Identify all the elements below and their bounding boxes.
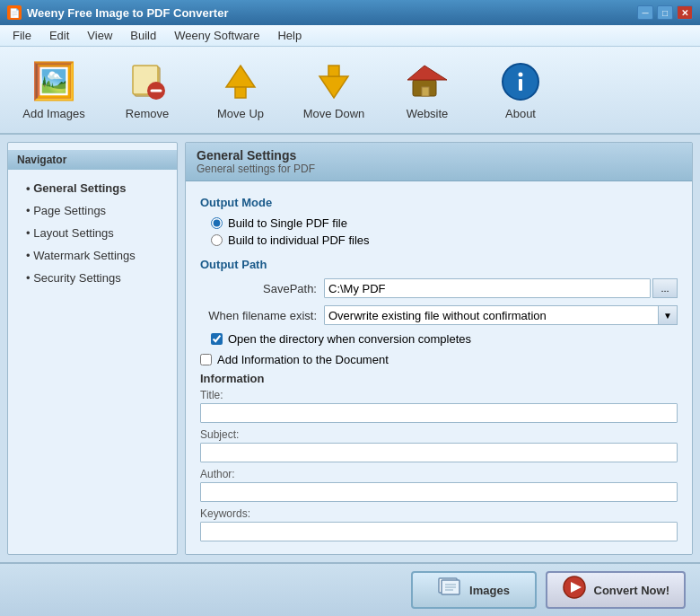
subject-input[interactable] bbox=[200, 443, 678, 462]
move-down-label: Move Down bbox=[303, 107, 365, 120]
navigator-title: Navigator bbox=[8, 150, 177, 170]
images-icon bbox=[437, 575, 462, 605]
move-down-button[interactable]: Move Down bbox=[289, 54, 379, 126]
svg-rect-7 bbox=[328, 66, 339, 76]
radio-individual-pdf: Build to individual PDF files bbox=[211, 233, 678, 247]
main-panel: General Settings General settings for PD… bbox=[185, 142, 693, 555]
move-up-button[interactable]: Move Up bbox=[196, 54, 285, 126]
website-icon bbox=[406, 60, 449, 103]
panel-body: Output Mode Build to Single PDF file Bui… bbox=[186, 181, 692, 555]
filename-exist-input[interactable] bbox=[324, 305, 659, 325]
about-icon bbox=[499, 60, 542, 103]
subject-label: Subject: bbox=[200, 428, 678, 441]
menu-edit[interactable]: Edit bbox=[40, 27, 78, 44]
title-input[interactable] bbox=[200, 403, 678, 423]
filename-exist-dropdown[interactable]: ▼ bbox=[658, 305, 678, 325]
author-field: Author: bbox=[200, 468, 678, 502]
open-dir-label: Open the directory when conversion compl… bbox=[228, 332, 471, 346]
radio-single-pdf: Build to Single PDF file bbox=[211, 216, 678, 230]
nav-page-settings[interactable]: Page Settings bbox=[8, 199, 177, 222]
website-button[interactable]: Website bbox=[382, 54, 472, 126]
doc-info-header: Add Information to the Document bbox=[200, 353, 678, 366]
output-path-label: Output Path bbox=[200, 258, 678, 271]
add-info-label: Add Information to the Document bbox=[217, 353, 389, 366]
svg-marker-6 bbox=[319, 76, 348, 98]
keywords-input[interactable] bbox=[200, 522, 678, 541]
menu-view[interactable]: View bbox=[78, 27, 121, 44]
about-button[interactable]: About bbox=[476, 54, 565, 126]
nav-general-settings[interactable]: General Settings bbox=[8, 177, 177, 199]
radio-individual-input[interactable] bbox=[211, 234, 223, 246]
radio-single-label: Build to Single PDF file bbox=[228, 216, 347, 230]
panel-subtitle: General settings for PDF bbox=[197, 163, 681, 175]
output-path-section: Output Path SavePath: ... When filename … bbox=[200, 258, 678, 346]
add-images-label: Add Images bbox=[22, 107, 84, 120]
panel-header: General Settings General settings for PD… bbox=[186, 143, 692, 181]
title-field: Title: bbox=[200, 389, 678, 423]
svg-marker-4 bbox=[226, 66, 255, 87]
open-dir-row: Open the directory when conversion compl… bbox=[211, 332, 678, 346]
convert-button[interactable]: Convert Now! bbox=[546, 571, 687, 609]
move-up-label: Move Up bbox=[217, 107, 264, 120]
menu-bar: File Edit View Build Weeny Software Help bbox=[0, 25, 700, 47]
add-images-icon: 🖼️ bbox=[32, 60, 75, 103]
radio-individual-label: Build to individual PDF files bbox=[228, 233, 370, 247]
bottom-bar: Images Convert Now! bbox=[0, 562, 700, 616]
menu-build[interactable]: Build bbox=[121, 27, 165, 44]
filename-exist-row: When filename exist: ▼ bbox=[200, 305, 678, 325]
convert-icon bbox=[562, 575, 587, 605]
add-images-button[interactable]: 🖼️ Add Images bbox=[9, 54, 99, 126]
title-label: Title: bbox=[200, 389, 678, 401]
radio-single-input[interactable] bbox=[211, 217, 223, 229]
title-bar: 📄 Weeny Free Image to PDF Converter ─ □ … bbox=[0, 0, 700, 25]
save-path-input[interactable] bbox=[324, 278, 651, 298]
information-label: Information bbox=[200, 372, 678, 385]
panel-title: General Settings bbox=[197, 148, 681, 163]
title-bar-controls: ─ □ ✕ bbox=[637, 5, 693, 20]
nav-security-settings[interactable]: Security Settings bbox=[8, 267, 177, 289]
svg-rect-5 bbox=[235, 87, 246, 98]
navigator: Navigator General Settings Page Settings… bbox=[7, 142, 178, 555]
author-input[interactable] bbox=[200, 482, 678, 502]
output-mode-label: Output Mode bbox=[200, 196, 678, 209]
move-up-icon bbox=[219, 60, 262, 103]
maximize-button[interactable]: □ bbox=[657, 5, 673, 20]
save-path-label: SavePath: bbox=[200, 282, 317, 295]
svg-rect-10 bbox=[422, 87, 429, 96]
keywords-label: Keywords: bbox=[200, 507, 678, 520]
svg-marker-9 bbox=[407, 66, 447, 80]
content-area: Navigator General Settings Page Settings… bbox=[0, 135, 700, 562]
website-label: Website bbox=[407, 107, 449, 120]
close-button[interactable]: ✕ bbox=[677, 5, 693, 20]
subject-field: Subject: bbox=[200, 428, 678, 462]
menu-file[interactable]: File bbox=[4, 27, 40, 44]
about-label: About bbox=[505, 107, 536, 120]
toolbar: 🖼️ Add Images Remove Move Up bbox=[0, 47, 700, 135]
add-info-checkbox[interactable] bbox=[200, 354, 212, 365]
app-icon: 📄 bbox=[7, 5, 22, 20]
author-label: Author: bbox=[200, 468, 678, 480]
minimize-button[interactable]: ─ bbox=[637, 5, 653, 20]
browse-button[interactable]: ... bbox=[652, 278, 678, 298]
move-down-icon bbox=[312, 60, 355, 103]
convert-label: Convert Now! bbox=[594, 584, 670, 597]
remove-icon bbox=[126, 60, 169, 103]
remove-label: Remove bbox=[126, 107, 169, 120]
menu-help[interactable]: Help bbox=[268, 27, 311, 44]
remove-button[interactable]: Remove bbox=[102, 54, 192, 126]
filename-exist-label: When filename exist: bbox=[200, 309, 317, 322]
nav-layout-settings[interactable]: Layout Settings bbox=[8, 222, 177, 244]
images-label: Images bbox=[469, 584, 510, 597]
open-dir-checkbox[interactable] bbox=[211, 333, 223, 345]
doc-info-section: Add Information to the Document Informat… bbox=[200, 353, 678, 541]
menu-weeny[interactable]: Weeny Software bbox=[165, 27, 268, 44]
save-path-row: SavePath: ... bbox=[200, 278, 678, 298]
keywords-field: Keywords: bbox=[200, 507, 678, 541]
images-button[interactable]: Images bbox=[411, 571, 537, 609]
svg-point-12 bbox=[519, 72, 523, 76]
nav-watermark-settings[interactable]: Watermark Settings bbox=[8, 244, 177, 267]
title-bar-text: Weeny Free Image to PDF Converter bbox=[27, 6, 228, 20]
svg-rect-13 bbox=[519, 79, 522, 91]
